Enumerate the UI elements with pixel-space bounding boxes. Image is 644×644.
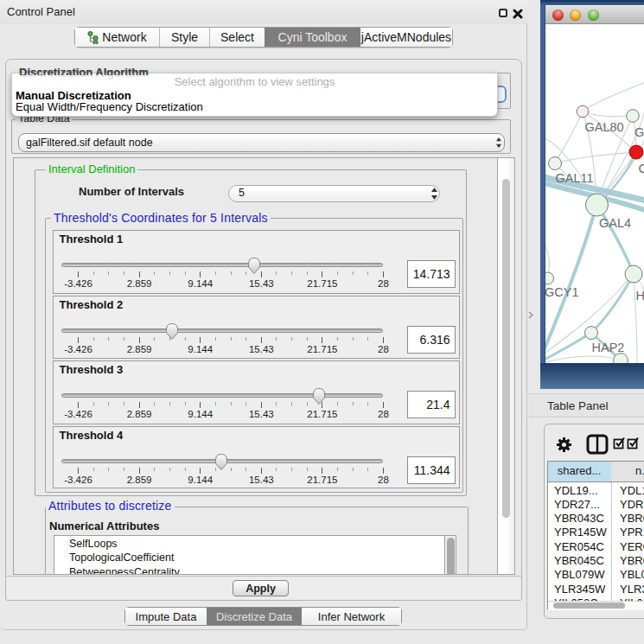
svg-text:GAL11: GAL11: [556, 171, 594, 185]
svg-text:GCY1: GCY1: [545, 285, 579, 299]
svg-text:GAL80: GAL80: [585, 120, 624, 134]
svg-text:H: H: [636, 289, 644, 303]
svg-text:GA: GA: [634, 125, 644, 139]
svg-text:HAP2: HAP2: [592, 341, 625, 354]
svg-text:C: C: [639, 162, 644, 175]
svg-text:GAL4: GAL4: [599, 216, 631, 230]
